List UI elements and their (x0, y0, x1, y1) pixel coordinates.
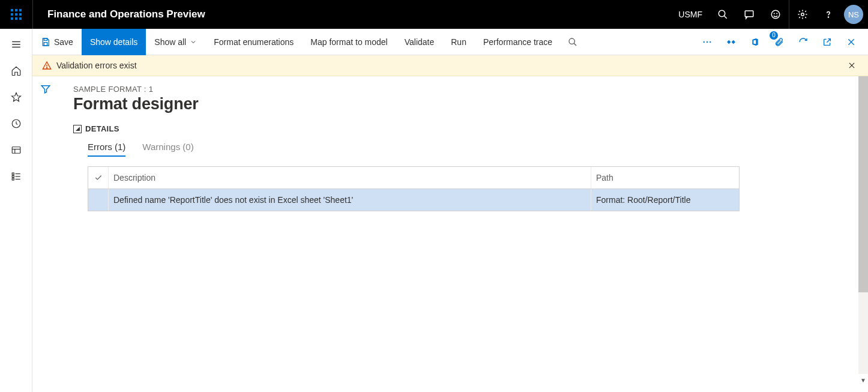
select-all-checkbox[interactable] (88, 167, 109, 188)
nav-workspaces-button[interactable] (2, 137, 31, 163)
svg-rect-18 (12, 178, 14, 180)
modules-icon (11, 171, 22, 182)
search-icon (568, 37, 577, 47)
filter-column (32, 76, 59, 392)
filter-button[interactable] (40, 83, 51, 392)
map-format-label: Map format to model (310, 37, 387, 47)
svg-rect-13 (12, 147, 20, 154)
nav-home-button[interactable] (2, 58, 31, 84)
performance-trace-button[interactable]: Performance trace (475, 29, 561, 55)
content-row: SAMPLE FORMAT : 1 Format designer ◢ DETA… (32, 76, 868, 392)
attachments-badge: 0 (770, 31, 778, 40)
svg-rect-22 (44, 38, 47, 40)
validation-banner: Validation errors exist (32, 55, 868, 76)
hamburger-icon (11, 39, 22, 50)
svg-rect-23 (44, 42, 47, 45)
svg-point-7 (828, 17, 828, 17)
home-icon (11, 65, 22, 76)
show-all-label: Show all (154, 37, 186, 47)
close-icon (846, 37, 856, 47)
run-button[interactable]: Run (442, 29, 475, 55)
check-icon (94, 173, 103, 182)
row-path: Format: Root/Report/Title (591, 189, 739, 211)
grid-header: Description Path (88, 167, 739, 189)
svg-point-0 (719, 10, 725, 17)
tab-warnings[interactable]: Warnings (0) (142, 142, 193, 157)
command-search-button[interactable] (561, 29, 585, 55)
popout-icon (822, 37, 832, 47)
global-header: Finance and Operations Preview USMF NS (0, 0, 868, 29)
legal-entity-label[interactable]: USMF (671, 10, 710, 19)
settings-button[interactable] (789, 0, 815, 29)
feedback-button[interactable] (762, 0, 789, 29)
table-row[interactable]: Defined name 'ReportTitle' does not exis… (88, 189, 739, 211)
tab-errors[interactable]: Errors (1) (88, 142, 125, 157)
svg-line-1 (724, 16, 727, 19)
details-section-toggle[interactable]: ◢ DETAILS (73, 124, 854, 133)
details-tabs: Errors (1) Warnings (0) (88, 142, 854, 157)
workspace-icon (11, 145, 22, 155)
format-enumerations-button[interactable]: Format enumerations (205, 29, 302, 55)
nav-recent-button[interactable] (2, 110, 31, 137)
close-button[interactable] (839, 29, 863, 55)
header-right: USMF NS (671, 0, 868, 29)
show-all-button[interactable]: Show all (146, 29, 205, 55)
svg-point-6 (801, 13, 804, 16)
row-checkbox[interactable] (88, 189, 109, 211)
save-button[interactable]: Save (32, 29, 82, 55)
svg-rect-16 (12, 173, 14, 175)
validate-button[interactable]: Validate (396, 29, 443, 55)
svg-point-3 (771, 10, 780, 19)
waffle-icon (11, 9, 22, 20)
show-details-button[interactable]: Show details (82, 29, 146, 55)
nav-favorites-button[interactable] (2, 84, 31, 110)
save-icon (41, 37, 50, 47)
connector-button[interactable] (719, 29, 743, 55)
format-enumerations-label: Format enumerations (214, 37, 294, 47)
attachments-button[interactable]: 0 (767, 29, 791, 55)
main-area: Save Show details Show all Format enumer… (32, 29, 868, 392)
app-title: Finance and Operations Preview (32, 0, 205, 29)
banner-close-button[interactable] (845, 59, 858, 72)
office-button[interactable] (743, 29, 767, 55)
search-icon (717, 9, 728, 20)
scrollbar-thumb[interactable] (858, 76, 868, 292)
column-header-path[interactable]: Path (591, 167, 739, 188)
search-button[interactable] (710, 0, 736, 29)
banner-message: Validation errors exist (56, 61, 137, 70)
errors-grid: Description Path Defined name 'ReportTit… (88, 166, 740, 211)
svg-point-26 (704, 41, 705, 42)
map-format-button[interactable]: Map format to model (302, 29, 396, 55)
row-description: Defined name 'ReportTitle' does not exis… (109, 189, 591, 211)
diamond-icon (726, 37, 737, 47)
refresh-icon (798, 37, 808, 47)
performance-trace-label: Performance trace (483, 37, 552, 47)
scrollbar-track[interactable] (858, 76, 868, 374)
nav-modules-button[interactable] (2, 163, 31, 190)
ellipsis-icon (702, 37, 713, 47)
gear-icon (797, 9, 808, 20)
nav-expand-button[interactable] (2, 31, 31, 58)
app-launcher-button[interactable] (0, 0, 32, 29)
help-button[interactable] (815, 0, 842, 29)
scroll-down-button[interactable]: ▼ (858, 375, 868, 385)
star-icon (11, 92, 22, 103)
svg-point-28 (710, 41, 711, 42)
messages-button[interactable] (736, 0, 762, 29)
chevron-down-icon (190, 38, 197, 46)
office-icon (750, 37, 760, 47)
smiley-icon (770, 9, 781, 20)
user-avatar[interactable]: NS (844, 5, 863, 24)
svg-rect-2 (745, 11, 753, 17)
popout-button[interactable] (815, 29, 839, 55)
column-header-description[interactable]: Description (109, 167, 591, 188)
refresh-button[interactable] (791, 29, 815, 55)
more-button[interactable] (695, 29, 719, 55)
svg-point-4 (774, 13, 774, 14)
svg-rect-30 (732, 40, 735, 43)
svg-point-27 (707, 41, 708, 42)
close-icon (848, 61, 856, 70)
left-nav-rail (0, 29, 32, 392)
filter-icon (40, 83, 51, 94)
svg-line-25 (574, 43, 576, 46)
